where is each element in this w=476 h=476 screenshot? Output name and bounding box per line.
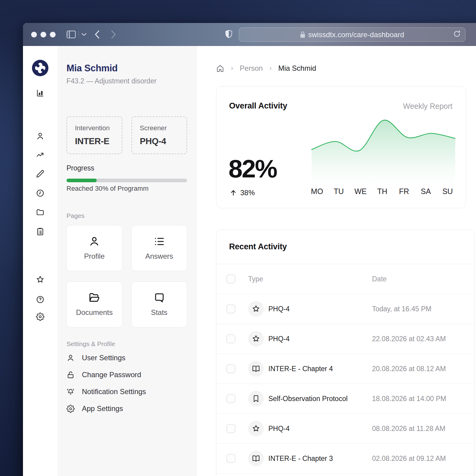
row-type-label: PHQ-4 — [268, 305, 290, 313]
menu-item-app-settings[interactable]: App Settings — [66, 404, 187, 413]
row-checkbox[interactable] — [226, 424, 235, 433]
page-card-profile[interactable]: Profile — [66, 225, 122, 271]
breadcrumb: › Person › Mia Schmid — [216, 64, 316, 73]
table-row[interactable]: INTER-E - Chapter 420.08.2026 at 08.12 A… — [216, 354, 474, 384]
main-panel: › Person › Mia Schmid Overall Activity W… — [196, 46, 476, 476]
back-button[interactable] — [95, 30, 100, 39]
column-header-type: Type — [248, 275, 263, 283]
row-type-icon-circle — [248, 331, 264, 347]
folder-icon[interactable] — [36, 208, 44, 216]
row-type-label: PHQ-4 — [268, 335, 290, 343]
address-bar[interactable]: swissdtx.com/care-dashboard — [239, 28, 465, 42]
menu-item-label: User Settings — [82, 354, 125, 362]
browser-window: swissdtx.com/care-dashboard — [23, 23, 476, 476]
folder-open-icon — [89, 292, 100, 303]
help-icon[interactable] — [36, 295, 44, 304]
activity-table: Type Date PHQ-4Today, at 16.45 PMPHQ-422… — [216, 264, 474, 474]
progress-label: Progress — [66, 164, 187, 172]
page-card-label: Documents — [76, 308, 113, 317]
menu-item-label: Change Password — [82, 371, 141, 379]
patient-sidebar: Mia Schmid F43.2 — Adjustment disorder I… — [57, 46, 196, 476]
trending-up-icon[interactable] — [36, 151, 44, 159]
delta-value: 38% — [240, 189, 255, 197]
person-icon[interactable] — [36, 132, 44, 140]
open-book-icon — [252, 454, 260, 463]
menu-item-user-settings[interactable]: User Settings — [66, 354, 187, 362]
intervention-value: INTER-E — [75, 136, 122, 146]
arrow-up-icon — [230, 189, 237, 196]
row-type-icon-circle — [248, 451, 264, 466]
row-date-label: 08.08.2026 at 11.28 AM — [372, 425, 445, 433]
breadcrumb-item-current: Mia Schmid — [278, 64, 316, 73]
star-icon[interactable] — [36, 275, 44, 284]
area-chart-svg: MOTUWETHFRSASU — [311, 116, 457, 197]
app-logo-icon[interactable] — [31, 59, 49, 77]
table-row[interactable]: Self-Observation Protocol18.08.2026 at 1… — [216, 384, 474, 414]
page-card-stats[interactable]: Stats — [131, 281, 187, 327]
menu-item-notification-settings[interactable]: Notification Settings — [66, 387, 187, 396]
list-icon — [154, 236, 165, 247]
chart-day-label: MO — [311, 187, 323, 196]
page-card-label: Stats — [151, 308, 167, 317]
row-date-label: 02.08.2026 at 09.12 AM — [372, 455, 446, 463]
table-row[interactable]: INTER-E - Chapter 302.08.2026 at 09.12 A… — [216, 444, 474, 474]
breadcrumb-item-person[interactable]: Person — [240, 64, 263, 73]
lock-icon — [300, 31, 305, 38]
row-type-icon-circle — [248, 391, 264, 406]
row-checkbox[interactable] — [226, 334, 235, 343]
row-type-label: INTER-E - Chapter 3 — [268, 455, 333, 463]
page-card-documents[interactable]: Documents — [66, 281, 122, 327]
overall-activity-card: Overall Activity Weekly Report 82% 38% — [216, 86, 466, 208]
chart-day-label: WE — [355, 187, 367, 196]
sidebar-toggle-icon[interactable] — [66, 31, 76, 38]
row-date-label: 20.08.2026 at 08.12 AM — [372, 365, 446, 373]
overall-activity-delta: 38% — [230, 189, 255, 197]
user-icon — [66, 354, 75, 362]
page-card-answers[interactable]: Answers — [131, 225, 187, 271]
bell-icon — [66, 388, 75, 396]
row-checkbox[interactable] — [226, 364, 235, 373]
screener-label: Screener — [140, 124, 187, 132]
row-checkbox[interactable] — [226, 304, 235, 313]
table-row[interactable]: PHQ-422.08.2026 at 02.43 AM — [216, 324, 474, 354]
progress-bar — [66, 179, 187, 182]
dashboard-chart-icon[interactable] — [36, 89, 44, 97]
pencil-icon[interactable] — [36, 170, 44, 178]
minimize-window-button[interactable] — [40, 32, 46, 37]
settings-section-label: Settings & Profile — [66, 340, 187, 348]
select-all-checkbox[interactable] — [226, 274, 235, 283]
clipboard-icon[interactable] — [36, 227, 44, 236]
row-checkbox[interactable] — [226, 454, 235, 463]
table-row[interactable]: PHQ-4Today, at 16.45 PM — [216, 294, 474, 324]
pages-section-label: Pages — [66, 212, 187, 219]
row-type-label: PHQ-4 — [268, 425, 290, 433]
row-checkbox[interactable] — [226, 394, 235, 403]
column-header-date: Date — [372, 275, 387, 283]
row-date-label: 18.08.2026 at 14.00 PM — [372, 395, 446, 403]
shield-icon[interactable] — [225, 30, 233, 39]
menu-item-label: App Settings — [82, 404, 123, 413]
clock-icon[interactable] — [36, 189, 44, 197]
weekly-report-label: Weekly Report — [403, 102, 453, 111]
screener-chip: Screener PHQ-4 — [131, 116, 187, 154]
overall-activity-title: Overall Activity — [229, 101, 287, 111]
star-icon — [252, 424, 260, 433]
table-row[interactable]: PHQ-408.08.2026 at 11.28 AM — [216, 414, 474, 444]
zoom-window-button[interactable] — [50, 32, 56, 37]
open-book-icon — [252, 364, 260, 373]
refresh-icon[interactable] — [453, 30, 461, 40]
close-window-button[interactable] — [31, 32, 37, 37]
forward-button[interactable] — [111, 30, 116, 39]
row-type-icon-circle — [248, 301, 264, 317]
screener-value: PHQ-4 — [140, 136, 187, 146]
chart-day-label: TU — [334, 187, 344, 196]
settings-menu: User Settings Change Password Notif — [66, 354, 187, 413]
chevron-down-icon[interactable] — [81, 33, 87, 36]
row-type-label: Self-Observation Protocol — [268, 395, 348, 403]
star-icon — [252, 305, 260, 313]
gear-icon[interactable] — [36, 312, 44, 321]
progress-caption: Reached 30% of Programm — [66, 185, 187, 193]
home-icon[interactable] — [216, 64, 224, 73]
menu-item-change-password[interactable]: Change Password — [66, 371, 187, 379]
row-type-icon-circle — [248, 361, 264, 377]
